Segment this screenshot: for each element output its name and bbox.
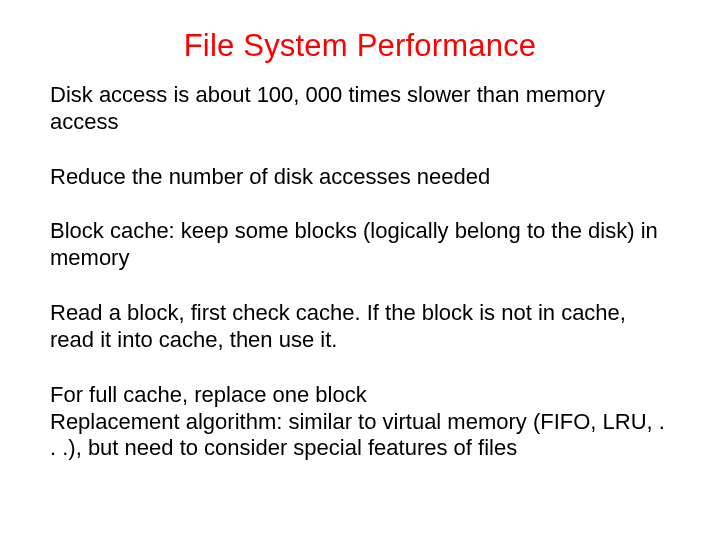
slide-title: File System Performance — [50, 28, 670, 64]
slide-body: Disk access is about 100, 000 times slow… — [50, 82, 670, 462]
slide: File System Performance Disk access is a… — [0, 0, 720, 540]
paragraph: For full cache, replace one blockReplace… — [50, 382, 670, 462]
paragraph: Block cache: keep some blocks (logically… — [50, 218, 670, 272]
paragraph: Reduce the number of disk accesses neede… — [50, 164, 670, 191]
paragraph: Disk access is about 100, 000 times slow… — [50, 82, 670, 136]
paragraph: Read a block, first check cache. If the … — [50, 300, 670, 354]
